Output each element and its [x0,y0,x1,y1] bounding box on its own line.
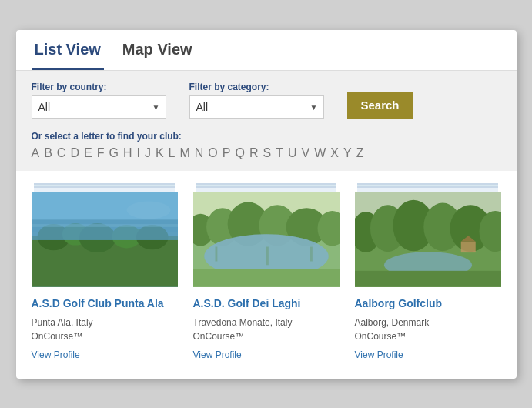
svg-rect-25 [310,246,313,261]
country-filter-group: Filter by country: All [32,82,166,119]
alpha-B[interactable]: B [44,146,52,160]
alpha-W[interactable]: W [314,146,326,160]
tabs-container: List View Map View [16,30,517,71]
country-filter-label: Filter by country: [32,82,166,92]
club-name[interactable]: Aalborg Golfclub [355,297,501,309]
category-select-wrapper: All [189,95,324,119]
club-image-stack [32,189,178,289]
club-location: Aalborg, DenmarkOnCourse™ [355,316,501,343]
alpha-I[interactable]: I [136,146,139,160]
svg-rect-23 [215,246,217,261]
alpha-A[interactable]: A [32,146,40,160]
alpha-M[interactable]: M [179,146,189,160]
club-card-2: A.S.D. Golf Dei Laghi Travedona Monate, … [193,189,340,360]
alphabet-area: Or select a letter to find your club: AB… [16,128,517,171]
main-card: List View Map View Filter by country: Al… [16,30,517,379]
alpha-Y[interactable]: Y [343,146,352,160]
alpha-U[interactable]: U [288,146,297,160]
alpha-G[interactable]: G [109,146,118,160]
tab-map-view[interactable]: Map View [119,30,196,70]
clubs-area: A.S.D Golf Club Punta Ala Punta Ala, Ita… [16,171,517,360]
svg-rect-36 [460,241,475,252]
alpha-X[interactable]: X [330,146,339,160]
alpha-P[interactable]: P [223,146,231,160]
country-select[interactable]: All [32,95,166,119]
svg-rect-35 [355,270,501,286]
alpha-N[interactable]: N [195,146,204,160]
view-profile-link[interactable]: View Profile [355,349,501,360]
alpha-O[interactable]: O [208,146,217,160]
view-profile-link[interactable]: View Profile [193,349,340,360]
svg-rect-24 [266,246,269,265]
alpha-R[interactable]: R [249,146,259,160]
alpha-K[interactable]: K [156,146,164,160]
country-select-wrapper: All [32,95,166,119]
category-select[interactable]: All [189,95,324,119]
alphabet-label: Or select a letter to find your club: [32,131,501,142]
alpha-Q[interactable]: Q [235,146,244,160]
alpha-C[interactable]: C [57,146,66,160]
svg-rect-10 [32,219,178,240]
club-name[interactable]: A.S.D. Golf Dei Laghi [193,297,340,309]
alpha-L[interactable]: L [169,146,176,160]
club-card-1: A.S.D Golf Club Punta Ala Punta Ala, Ita… [32,189,178,360]
tab-list-view[interactable]: List View [32,30,104,70]
alpha-T[interactable]: T [276,146,283,160]
search-button[interactable]: Search [347,92,413,119]
club-location: Punta Ala, ItalyOnCourse™ [32,316,178,343]
alpha-D[interactable]: D [70,146,79,160]
club-name[interactable]: A.S.D Golf Club Punta Ala [32,297,178,309]
alpha-Z[interactable]: Z [356,146,364,160]
svg-rect-11 [32,224,178,227]
category-filter-group: Filter by category: All [189,82,324,119]
alpha-S[interactable]: S [263,146,272,160]
category-filter-label: Filter by category: [189,82,324,92]
alphabet-list: ABCDEFGHIJKLMNOPQRSTUVWXYZ [32,146,501,160]
alpha-F[interactable]: F [97,146,105,160]
filter-area: Filter by country: All Filter by categor… [16,71,517,128]
alpha-V[interactable]: V [302,146,310,160]
alpha-H[interactable]: H [123,146,132,160]
club-image-stack [193,189,340,289]
club-image-stack [355,189,501,289]
svg-rect-22 [193,269,340,287]
alpha-J[interactable]: J [145,146,151,160]
alpha-E[interactable]: E [84,146,92,160]
club-location: Travedona Monate, ItalyOnCourse™ [193,316,340,343]
view-profile-link[interactable]: View Profile [32,349,178,360]
club-card-3: Aalborg Golfclub Aalborg, DenmarkOnCours… [355,189,501,360]
filter-row: Filter by country: All Filter by categor… [32,82,501,119]
